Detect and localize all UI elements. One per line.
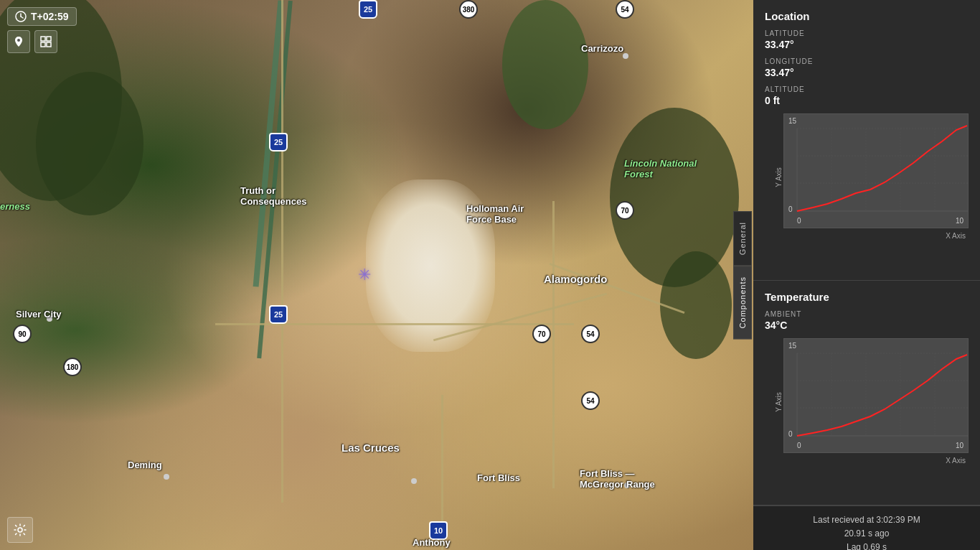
shield-i25-north: 25 <box>359 0 377 19</box>
city-dot-lascruces <box>411 478 417 484</box>
grid-icon <box>40 36 52 47</box>
terrain-patch <box>660 251 732 359</box>
location-chart-container: Y Axis 15 0 <box>783 113 969 241</box>
label-holloman: Holloman AirForce Base <box>466 203 524 225</box>
chart2-y-label: Y Axis <box>775 392 783 412</box>
alt-label: ALTITUDE <box>765 85 969 93</box>
shield-us70-west: 70 <box>532 325 551 343</box>
label-fort-bliss-mcgregor: Fort Bliss —McGregor Range <box>580 468 655 490</box>
lon-label: LONGITUDE <box>765 57 969 65</box>
svg-point-8 <box>18 528 22 532</box>
temperature-chart-container: Y Axis 15 0 <box>783 338 969 466</box>
label-fort-bliss: Fort Bliss <box>477 472 520 483</box>
alt-value: 0 ft <box>765 95 969 106</box>
tab-components[interactable]: Components <box>733 266 752 339</box>
terrain-patch <box>610 108 739 287</box>
chart1-y-label: Y Axis <box>775 167 783 187</box>
clock-icon <box>15 11 27 22</box>
temperature-section: Temperature AMBIENT 34°C Y Axis 15 0 <box>753 281 980 505</box>
lon-value: 33.47° <box>765 67 969 78</box>
chart1-svg <box>784 114 968 228</box>
chart2-svg <box>784 339 968 452</box>
chart2-x-label-container: X Axis <box>783 453 969 466</box>
shield-us180: 180 <box>63 358 82 376</box>
road-i25 <box>281 0 283 503</box>
road-54 <box>552 201 555 488</box>
label-wilderness: erness <box>0 201 30 212</box>
lat-label: LATITUDE <box>765 29 969 37</box>
city-dot-deming <box>164 474 169 480</box>
chart1-x-max: 10 <box>956 217 963 225</box>
location-chart-wrapper: Y Axis 15 0 <box>765 113 969 256</box>
label-truth-or-consequences: Truth orConsequences <box>240 185 306 207</box>
terrain-patch <box>502 0 588 129</box>
grid-button[interactable] <box>34 30 57 53</box>
location-marker: ✳ <box>358 266 371 284</box>
location-title: Location <box>765 10 969 22</box>
svg-rect-6 <box>41 42 45 47</box>
label-carrizozo: Carrizozo <box>581 43 623 54</box>
chart2-x-zero: 0 <box>797 442 801 449</box>
chart1-x-zero: 0 <box>797 217 801 225</box>
top-left-controls: T+02:59 <box>7 7 77 53</box>
shield-i25-mid: 25 <box>269 133 288 152</box>
label-silver-city: Silver City <box>16 309 62 320</box>
shield-us54-north: 54 <box>616 0 634 19</box>
svg-point-3 <box>17 39 20 42</box>
status-line2: 20.91 s ago <box>765 527 969 541</box>
location-section: Location LATITUDE 33.47° LONGITUDE 33.47… <box>753 0 980 281</box>
label-lincoln-forest: Lincoln NationalForest <box>624 158 697 180</box>
status-line1: Last recieved at 3:02:39 PM <box>765 513 969 527</box>
city-dot-carrizozo <box>623 53 628 59</box>
shield-i25-south: 25 <box>269 305 288 324</box>
ambient-value: 34°C <box>765 320 969 331</box>
map-container[interactable]: 25 25 25 10 380 54 70 70 54 54 90 180 ✳ … <box>0 0 753 550</box>
shield-us90: 90 <box>13 325 32 343</box>
ambient-label: AMBIENT <box>765 310 969 318</box>
control-buttons <box>7 30 77 53</box>
temperature-chart: 15 0 <box>783 338 969 453</box>
terrain-patch <box>36 72 143 215</box>
temperature-title: Temperature <box>765 291 969 303</box>
timer-badge: T+02:59 <box>7 7 77 26</box>
label-alamogordo: Alamogordo <box>544 273 607 285</box>
shield-us54-mid: 54 <box>581 325 600 343</box>
label-deming: Deming <box>128 460 162 470</box>
shield-us54-south: 54 <box>581 391 600 410</box>
shield-us380: 380 <box>459 0 478 19</box>
location-chart: 15 0 <box>783 113 969 228</box>
side-tabs: General Components <box>732 0 753 550</box>
right-panel: Location LATITUDE 33.47° LONGITUDE 33.47… <box>753 0 980 550</box>
status-line3: Lag 0.69 s <box>765 541 969 550</box>
chart1-x-label-container: X Axis <box>783 228 969 241</box>
shield-us70-east: 70 <box>616 201 634 220</box>
svg-rect-4 <box>41 37 45 41</box>
chart1-x-label: X Axis <box>946 232 966 240</box>
timer-value: T+02:59 <box>31 11 69 22</box>
chart2-x-max: 10 <box>956 442 963 449</box>
pin-button[interactable] <box>7 30 30 53</box>
temperature-chart-wrapper: Y Axis 15 0 <box>765 338 969 480</box>
svg-line-2 <box>21 17 23 18</box>
road-horizontal <box>215 323 574 325</box>
pin-icon <box>13 36 24 47</box>
tab-general[interactable]: General <box>733 211 752 266</box>
label-anthony: Anthony <box>413 537 451 548</box>
status-bar: Last recieved at 3:02:39 PM 20.91 s ago … <box>753 505 980 550</box>
lat-value: 33.47° <box>765 39 969 50</box>
settings-icon <box>14 523 27 536</box>
label-las-cruces: Las Cruces <box>341 442 400 454</box>
settings-button[interactable] <box>7 517 33 543</box>
svg-rect-5 <box>47 37 51 41</box>
chart2-x-label: X Axis <box>946 457 966 465</box>
svg-rect-7 <box>47 42 51 47</box>
